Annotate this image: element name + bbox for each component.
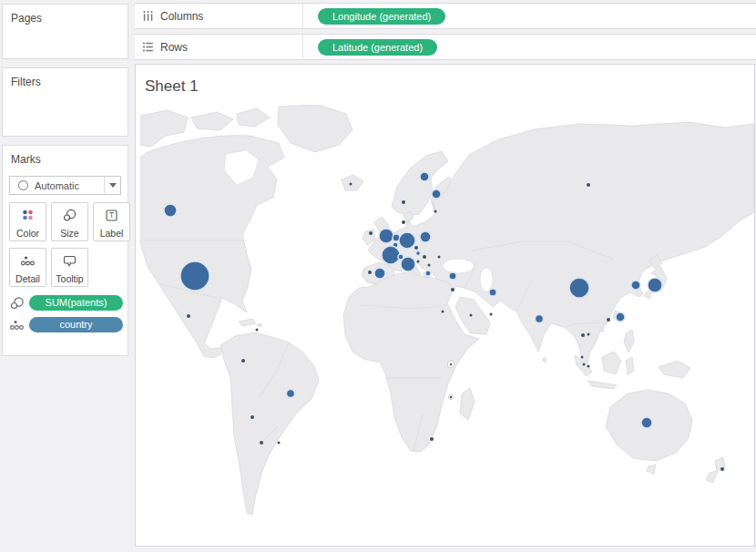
land-new-guinea [659, 361, 690, 378]
svg-text:T: T [109, 210, 114, 220]
map-mark-serbia[interactable] [428, 264, 431, 267]
sum-patents-pill[interactable]: SUM(patents) [29, 295, 123, 311]
map-mark-uae[interactable] [490, 313, 493, 316]
map-mark-israel[interactable] [451, 288, 455, 291]
sheet-title: Sheet 1 [145, 77, 199, 96]
map-mark-egypt[interactable] [442, 311, 444, 313]
map-mark-thailand[interactable] [581, 333, 585, 337]
map-mark-indonesia[interactable] [587, 365, 590, 368]
map-mark-canada[interactable] [164, 204, 177, 217]
land-arctic-islands [191, 108, 270, 130]
map-mark-sweden[interactable] [420, 172, 429, 181]
map-mark-hungary[interactable] [423, 255, 426, 259]
size-button[interactable]: Size [51, 202, 88, 241]
worksheet-view: Sheet 1 [135, 64, 755, 547]
map-container[interactable]: © 2020 Mapbox © OpenStreetMap [140, 105, 754, 540]
land-madagascar [460, 388, 475, 420]
latitude-pill[interactable]: Latitude (generated) [318, 39, 437, 56]
size-encoding-row: SUM(patents) [9, 295, 123, 311]
map-mark-russia[interactable] [587, 183, 590, 187]
map-mark-spain[interactable] [374, 268, 385, 279]
map-mark-portugal[interactable] [368, 271, 372, 274]
world-map[interactable] [140, 105, 754, 540]
map-mark-united-kingdom[interactable] [379, 229, 393, 243]
size-icon [62, 208, 77, 223]
land-tasmania [647, 465, 656, 475]
land-alaska [140, 110, 188, 147]
map-mark-denmark[interactable] [402, 220, 405, 224]
map-mark-australia[interactable] [641, 417, 652, 428]
map-mark-colombia[interactable] [241, 359, 245, 363]
mark-type-dropdown[interactable]: Automatic [9, 176, 121, 195]
map-mark-estonia[interactable] [434, 210, 437, 213]
map-mark-austria[interactable] [416, 251, 421, 256]
map-mark-germany[interactable] [399, 232, 415, 249]
map-mark-vietnam[interactable] [587, 333, 590, 336]
pages-shelf[interactable]: Pages [2, 4, 128, 59]
map-mark-south-korea[interactable] [631, 281, 640, 290]
map-mark-iceland[interactable] [350, 183, 352, 186]
tableau-workspace: Pages Filters Marks Automatic Color [0, 0, 756, 552]
shelf-divider [302, 35, 303, 59]
map-mark-taiwan[interactable] [616, 312, 625, 322]
map-mark-slovenia[interactable] [417, 261, 420, 263]
map-mark-poland[interactable] [420, 231, 431, 242]
label-button-label: Label [100, 228, 124, 239]
detail-icon [20, 253, 36, 269]
map-mark-argentina[interactable] [260, 441, 263, 445]
label-button[interactable]: T Label [93, 202, 130, 241]
map-mark-norway[interactable] [402, 200, 405, 204]
columns-shelf-label: Columns [160, 10, 202, 23]
filters-shelf[interactable]: Filters [2, 67, 128, 137]
map-mark-mexico[interactable] [187, 314, 190, 318]
land-cuba [239, 319, 256, 326]
water-black-sea [443, 259, 474, 273]
color-button[interactable]: Color [9, 202, 46, 241]
map-mark-south-africa[interactable] [430, 437, 434, 441]
size-icon [9, 296, 26, 311]
country-pill[interactable]: country [29, 317, 123, 332]
map-mark-chile[interactable] [250, 415, 254, 419]
land-sri-lanka [543, 357, 546, 362]
map-mark-finland[interactable] [432, 189, 441, 199]
map-mark-france[interactable] [382, 246, 400, 264]
map-mark-italy[interactable] [401, 257, 415, 271]
tooltip-button-label: Tooltip [56, 273, 83, 284]
marks-card: Marks Automatic Color Size [2, 145, 128, 356]
rows-icon [142, 41, 154, 53]
rows-shelf[interactable]: Rows Latitude (generated) [135, 34, 756, 60]
map-mark-greece[interactable] [425, 271, 431, 276]
filters-title: Filters [3, 68, 128, 88]
dropdown-caret-button[interactable] [104, 177, 120, 194]
marks-title: Marks [3, 146, 128, 166]
map-mark-romania[interactable] [438, 256, 441, 259]
land-greenland [278, 105, 352, 152]
map-mark-iran[interactable] [489, 289, 496, 296]
map-mark-saudi-arabia[interactable] [470, 314, 473, 317]
map-mark-hong-kong[interactable] [607, 318, 610, 322]
tooltip-button[interactable]: Tooltip [51, 248, 88, 287]
pages-title: Pages [3, 5, 128, 25]
map-mark-japan[interactable] [648, 278, 662, 292]
map-mark-new-zealand[interactable] [720, 467, 724, 471]
land-hainan [600, 328, 604, 332]
map-mark-turkey[interactable] [449, 272, 456, 280]
map-mark-cuba[interactable] [256, 329, 259, 332]
land-north-america [140, 136, 284, 358]
tooltip-icon [62, 253, 77, 269]
detail-button[interactable]: Detail [9, 248, 46, 287]
map-mark-czechia[interactable] [414, 246, 418, 250]
map-mark-singapore[interactable] [583, 363, 586, 366]
map-mark-united-states[interactable] [180, 261, 209, 291]
map-mark-brazil[interactable] [287, 390, 295, 398]
map-mark-india[interactable] [536, 315, 544, 323]
color-icon [20, 208, 36, 223]
map-mark-uruguay[interactable] [278, 442, 281, 445]
detail-button-label: Detail [15, 273, 40, 284]
map-mark-china[interactable] [569, 278, 589, 298]
land-hispaniola [258, 324, 262, 327]
map-mark-ireland[interactable] [369, 231, 373, 235]
map-mark-malaysia[interactable] [581, 356, 584, 359]
longitude-pill[interactable]: Longitude (generated) [318, 8, 445, 25]
columns-shelf[interactable]: Columns Longitude (generated) [135, 3, 756, 29]
